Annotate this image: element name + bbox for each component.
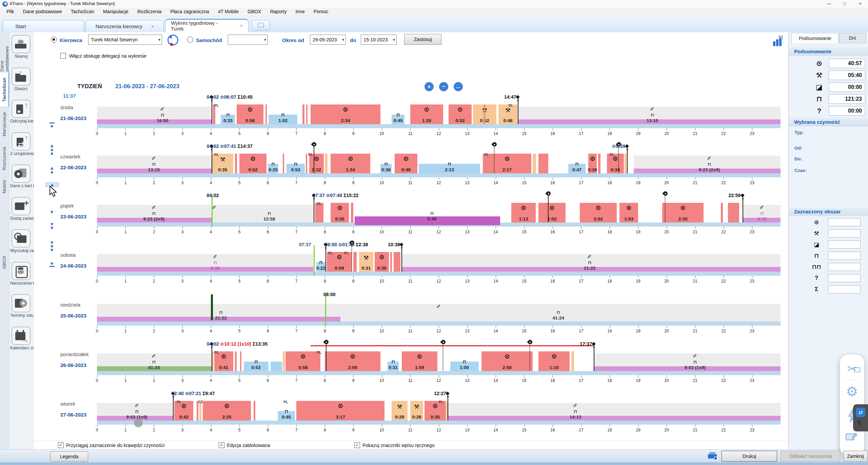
zoom-in-button[interactable]: + bbox=[425, 82, 434, 91]
driving-block[interactable] bbox=[240, 351, 241, 371]
close-button[interactable]: × bbox=[852, 0, 868, 7]
sidebar-group-tachoscan[interactable]: TachoScan bbox=[0, 72, 9, 106]
area-value-4[interactable] bbox=[828, 263, 861, 271]
area-value-2[interactable] bbox=[828, 240, 861, 249]
work-block[interactable] bbox=[571, 351, 574, 371]
driving-block[interactable] bbox=[283, 154, 284, 173]
driver-select[interactable]: Turek Michal Seweryn▾ bbox=[88, 35, 162, 45]
driving-block[interactable] bbox=[721, 203, 723, 222]
print-button[interactable]: Drukuj bbox=[722, 451, 777, 462]
sidebar-group-manipulacje[interactable]: Manipulacje bbox=[0, 108, 8, 140]
driving-block[interactable] bbox=[235, 351, 237, 371]
sidebar-tool-odczytaj-kart-[interactable]: ↑Odczytaj kart... bbox=[10, 100, 32, 123]
option-checkbox-1[interactable]: ✓ bbox=[219, 442, 224, 448]
sidebar-group-mobile[interactable]: Mobile bbox=[0, 176, 8, 197]
area-value-1[interactable] bbox=[828, 229, 861, 237]
scroll-top-button[interactable]: ▲ bbox=[45, 122, 58, 128]
menu-item-tachoscan[interactable]: TachoScan bbox=[67, 7, 98, 16]
driving-block[interactable] bbox=[351, 203, 353, 222]
area-value-5[interactable] bbox=[828, 274, 861, 282]
sidebar-tool-terminy-odcz-[interactable]: Terminy odcz... bbox=[10, 294, 32, 318]
driving-block[interactable] bbox=[254, 401, 255, 421]
print-settings-icon[interactable] bbox=[707, 451, 718, 461]
driving-block[interactable] bbox=[390, 252, 392, 272]
sidebar-group-rozliczenia[interactable]: Rozliczenia bbox=[0, 144, 8, 172]
apply-button[interactable]: Zastosuj bbox=[404, 34, 441, 45]
driving-block[interactable] bbox=[265, 104, 267, 124]
refresh-violations-button[interactable]: Odśwież naruszenia bbox=[781, 451, 840, 462]
scroll-down-3-button[interactable]: ▼▼▼ bbox=[45, 241, 58, 252]
area-value-6[interactable] bbox=[828, 285, 861, 293]
sidebar-group-gbox[interactable]: GBOX bbox=[0, 252, 8, 272]
period-from-select[interactable]: 29-05-2023▾ bbox=[310, 35, 346, 45]
sidebar-tool-dane-z-kart-ki-[interactable]: Dane z kart ki... bbox=[10, 164, 32, 188]
menu-item-raporty[interactable]: Raporty bbox=[266, 7, 290, 16]
sidebar-tool-z-urządzenia[interactable]: ⇄↑Z urządzenia bbox=[10, 132, 32, 156]
panel-tab-dni[interactable]: Dni bbox=[839, 33, 866, 43]
export-icon[interactable] bbox=[840, 431, 864, 444]
period-to-select[interactable]: 15-10-2023▾ bbox=[361, 35, 397, 45]
tab-close-icon[interactable]: × bbox=[151, 24, 154, 29]
close-button[interactable]: Zamknij bbox=[843, 451, 868, 462]
sidebar-tool-kalendarz-cią-[interactable]: →Kalendarz cią... bbox=[10, 327, 32, 350]
driver-radio[interactable] bbox=[51, 37, 57, 43]
scroll-down-2-button[interactable]: ▼▼ bbox=[45, 222, 58, 230]
panel-tab-podsumowanie[interactable]: Podsumowanie bbox=[791, 33, 839, 43]
zoom-out-button[interactable]: − bbox=[439, 82, 448, 91]
settings-gear-icon[interactable]: ⚙ bbox=[840, 384, 864, 399]
driving-block[interactable] bbox=[728, 203, 739, 222]
scroll-bottom-button[interactable]: ▼ bbox=[45, 262, 58, 267]
area-value-3[interactable] bbox=[828, 252, 861, 260]
vehicle-select[interactable]: ▾ bbox=[228, 35, 268, 45]
menu-item-inne[interactable]: Inne bbox=[292, 7, 308, 16]
driving-block[interactable] bbox=[538, 154, 548, 173]
menu-item-gbox[interactable]: GBOX bbox=[244, 7, 265, 16]
driving-block[interactable] bbox=[306, 104, 308, 124]
axis-hour-label: 22 bbox=[719, 131, 728, 136]
zoom-fit-button[interactable]: ↔ bbox=[454, 82, 463, 91]
delegation-checkbox[interactable] bbox=[60, 53, 66, 59]
menu-item-rozliczenia[interactable]: Rozliczenia bbox=[134, 7, 165, 16]
menu-item-pomoc[interactable]: Pomoc bbox=[310, 7, 332, 16]
driving-block[interactable] bbox=[235, 154, 237, 173]
driving-block[interactable] bbox=[302, 104, 304, 124]
driving-block[interactable] bbox=[598, 154, 600, 173]
vehicle-radio[interactable] bbox=[187, 37, 193, 43]
work-block[interactable] bbox=[533, 154, 536, 173]
driving-block[interactable] bbox=[484, 104, 485, 124]
break-block[interactable] bbox=[271, 362, 282, 371]
tab-start[interactable]: Start bbox=[3, 20, 84, 32]
scroll-down-1-button[interactable]: ▼ bbox=[45, 210, 58, 214]
remote-access-tab[interactable]: ⇄ bbox=[853, 404, 868, 431]
work-block[interactable] bbox=[283, 351, 285, 371]
minimize-button[interactable]: — bbox=[821, 0, 837, 7]
work-block[interactable] bbox=[625, 154, 627, 173]
option-checkbox-0[interactable]: ✓ bbox=[58, 442, 64, 448]
option-checkbox-2[interactable]: ✓ bbox=[354, 442, 360, 448]
swap-driver-vehicle-icon[interactable] bbox=[167, 35, 178, 45]
sidebar-tool-otwórz[interactable]: ↑Otwórz bbox=[10, 67, 32, 91]
work-block[interactable] bbox=[325, 154, 328, 173]
menu-item-p-aca-zagraniczna[interactable]: Płaca zagraniczna bbox=[166, 7, 213, 16]
menu-item-manipulacje[interactable]: Manipulacje bbox=[99, 7, 132, 16]
tab-wykres-tygodniowy-turek[interactable]: Wykres tygodniowy - Turek× bbox=[165, 19, 249, 32]
driving-block[interactable] bbox=[394, 252, 400, 272]
tab-close-icon[interactable]: × bbox=[240, 23, 243, 28]
sidebar-group-dane-podstawowe[interactable]: Dane podstawowe bbox=[0, 34, 8, 72]
maximize-button[interactable]: □ bbox=[837, 0, 852, 7]
sidebar-tool-naruszenia-ki-[interactable]: Naruszenia ki... bbox=[10, 262, 32, 286]
menu-item-dane-podstawowe[interactable]: Dane podstawowe bbox=[19, 7, 66, 16]
area-value-0[interactable] bbox=[828, 218, 861, 226]
sidebar-tool-skanuj[interactable]: Skanuj bbox=[10, 35, 32, 59]
sidebar-tool-wyszukaj-zaś-[interactable]: Wyszukaj zaś... bbox=[10, 229, 32, 253]
menu-item-4t-mobile[interactable]: 4T Mobile bbox=[214, 7, 242, 16]
sidebar-tool-dodaj-zaświa-[interactable]: +Dodaj zaświa... bbox=[10, 197, 32, 221]
scroll-up-3-button[interactable]: ▲▲▲ bbox=[45, 144, 58, 155]
new-tab-button[interactable] bbox=[252, 20, 270, 30]
chart-mini-icon[interactable]: M bbox=[773, 35, 785, 47]
legend-button[interactable]: Legenda bbox=[50, 451, 88, 462]
tab-naruszenia-kierowcy[interactable]: Naruszenia kierowcy× bbox=[86, 20, 164, 32]
menu-item-plik[interactable]: Plik bbox=[3, 7, 18, 16]
cut-lock-icon[interactable]: ✂ bbox=[840, 362, 864, 375]
scroll-up-2-button[interactable]: ▲▲ bbox=[45, 166, 58, 174]
